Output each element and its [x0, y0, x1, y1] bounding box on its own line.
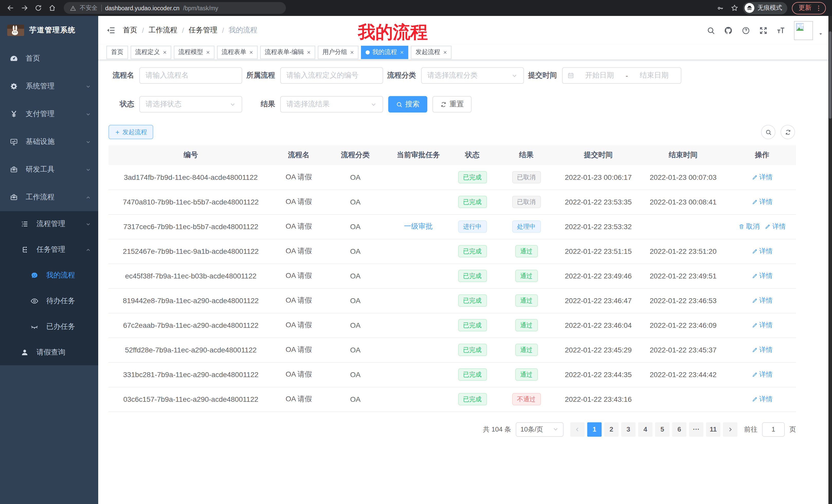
status-select[interactable]: 请选择状态 [139, 96, 242, 113]
cell-category: OA [324, 190, 386, 214]
sidebar-item-我的流程[interactable]: 我的流程 [0, 262, 98, 288]
sidebar-item-任务管理[interactable]: 任务管理 [0, 237, 98, 262]
cell-submit-time: 2022-01-22 23:49:46 [558, 263, 638, 288]
font-size-icon[interactable] [777, 26, 785, 35]
sidebar-item-流程管理[interactable]: 流程管理 [0, 211, 98, 237]
table-body: 3ad174fb-7b9d-11ec-8404-acde48001122OA 请… [108, 165, 796, 412]
process-definition-input[interactable]: 请输入流程定义的编号 [280, 67, 383, 84]
delete-icon [738, 223, 745, 230]
page-button-2[interactable]: 2 [604, 422, 619, 437]
close-icon[interactable]: × [163, 49, 166, 56]
detail-link[interactable]: 详情 [752, 296, 773, 305]
tab-流程表单[interactable]: 流程表单× [217, 46, 258, 59]
process-name-input[interactable]: 请输入流程名 [139, 67, 242, 84]
sidebar-item-首页[interactable]: 首页 [0, 45, 98, 73]
avatar-caret-icon[interactable] [817, 31, 824, 37]
update-button[interactable]: 更新 [792, 2, 826, 14]
tab-流程定义[interactable]: 流程定义× [131, 46, 171, 59]
logo-image [7, 25, 24, 36]
tab-流程表单-编辑[interactable]: 流程表单-编辑× [260, 46, 315, 59]
cell-category: OA [324, 239, 386, 263]
page-button-3[interactable]: 3 [621, 422, 635, 437]
back-icon[interactable] [5, 4, 16, 12]
sidebar-item-工作流程[interactable]: 工作流程 [0, 184, 98, 211]
submit-time-range-picker[interactable]: 开始日期 - 结束日期 [562, 67, 681, 84]
forward-icon[interactable] [19, 4, 29, 12]
key-icon[interactable] [715, 4, 726, 11]
detail-link[interactable]: 详情 [752, 197, 773, 206]
avatar[interactable] [794, 21, 813, 40]
github-icon[interactable] [724, 26, 733, 35]
edit-icon [752, 199, 758, 205]
fullscreen-icon[interactable] [759, 26, 768, 35]
breadcrumb-separator: / [222, 26, 224, 34]
goto-page-input[interactable]: 1 [762, 422, 785, 437]
tab-我的流程[interactable]: 我的流程× [361, 46, 408, 59]
breadcrumb-item[interactable]: 首页 [123, 26, 137, 35]
reload-icon[interactable] [33, 4, 43, 12]
help-icon[interactable] [742, 26, 750, 35]
page-button-1[interactable]: 1 [587, 422, 602, 437]
task-link[interactable]: 一级审批 [404, 222, 433, 230]
result-select[interactable]: 请选择流结果 [280, 96, 383, 113]
search-button[interactable]: 搜索 [388, 96, 427, 113]
sidebar-item-待办任务[interactable]: 待办任务 [0, 288, 98, 314]
detail-link[interactable]: 详情 [752, 395, 773, 404]
table-toolbar: 发起流程 [108, 125, 822, 139]
toggle-search-button[interactable] [761, 125, 775, 139]
sidebar-item-支付管理[interactable]: 支付管理 [0, 100, 98, 128]
search-icon[interactable] [706, 26, 715, 35]
page-button-4[interactable]: 4 [638, 422, 653, 437]
sidebar-item-请假查询[interactable]: 请假查询 [0, 340, 98, 365]
sidebar-toggle-icon[interactable] [106, 26, 116, 35]
url-bar[interactable]: 不安全 dashboard.yudao.iocoder.cn/bpm/task/… [64, 2, 286, 14]
close-icon[interactable]: × [250, 49, 253, 56]
close-icon[interactable]: × [443, 49, 447, 56]
breadcrumb-item[interactable]: 任务管理 [189, 26, 217, 35]
sidebar-item-研发工具[interactable]: 研发工具 [0, 156, 98, 184]
cancel-link[interactable]: 取消 [738, 222, 759, 231]
status-badge: 已完成 [458, 319, 487, 331]
page-button-11[interactable]: 11 [706, 422, 721, 437]
tab-流程模型[interactable]: 流程模型× [174, 46, 214, 59]
home-icon[interactable] [47, 4, 57, 12]
close-icon[interactable]: × [350, 49, 354, 56]
page-button-5[interactable]: 5 [655, 422, 670, 437]
detail-link[interactable]: 详情 [752, 345, 773, 355]
detail-link[interactable]: 详情 [752, 320, 773, 330]
close-icon[interactable]: × [206, 49, 210, 56]
start-date-placeholder[interactable]: 开始日期 [577, 71, 621, 80]
breadcrumb-item[interactable]: 工作流程 [149, 26, 177, 35]
category-select[interactable]: 请选择流程分类 [421, 67, 524, 84]
sidebar-item-系统管理[interactable]: 系统管理 [0, 73, 98, 100]
detail-link[interactable]: 详情 [752, 173, 773, 182]
page-size-select[interactable]: 10条/页 [516, 422, 564, 437]
end-date-placeholder[interactable]: 结束日期 [632, 71, 676, 80]
sidebar-item-基础设施[interactable]: 基础设施 [0, 128, 98, 156]
reset-button[interactable]: 重置 [433, 96, 471, 113]
detail-link[interactable]: 详情 [752, 370, 773, 379]
process-definition-label: 所属流程 [246, 71, 275, 80]
close-icon[interactable]: × [400, 49, 404, 56]
detail-link[interactable]: 详情 [752, 271, 773, 281]
refresh-table-button[interactable] [781, 125, 795, 139]
tab-用户分组[interactable]: 用户分组× [318, 46, 358, 59]
prev-page-button[interactable] [570, 422, 585, 437]
next-page-button[interactable] [723, 422, 737, 437]
not-secure-icon[interactable] [70, 5, 76, 11]
browser-scrollbar[interactable] [828, 16, 832, 504]
sidebar-logo[interactable]: 芋道管理系统 [0, 16, 98, 45]
cell-result: 通过 [494, 263, 558, 288]
tab-首页[interactable]: 首页 [106, 46, 128, 59]
detail-link[interactable]: 详情 [765, 222, 786, 231]
create-process-button[interactable]: 发起流程 [108, 125, 153, 139]
browser-menu-icon[interactable] [815, 4, 822, 11]
bookmark-star-icon[interactable] [729, 4, 739, 12]
close-icon[interactable]: × [307, 49, 311, 56]
page-button-6[interactable]: 6 [672, 422, 686, 437]
scrollbar-thumb[interactable] [829, 31, 831, 119]
tab-发起流程[interactable]: 发起流程× [411, 46, 451, 59]
detail-link[interactable]: 详情 [752, 247, 773, 256]
sidebar-item-已办任务[interactable]: 已办任务 [0, 314, 98, 340]
more-pages-button[interactable]: ··· [689, 422, 703, 437]
